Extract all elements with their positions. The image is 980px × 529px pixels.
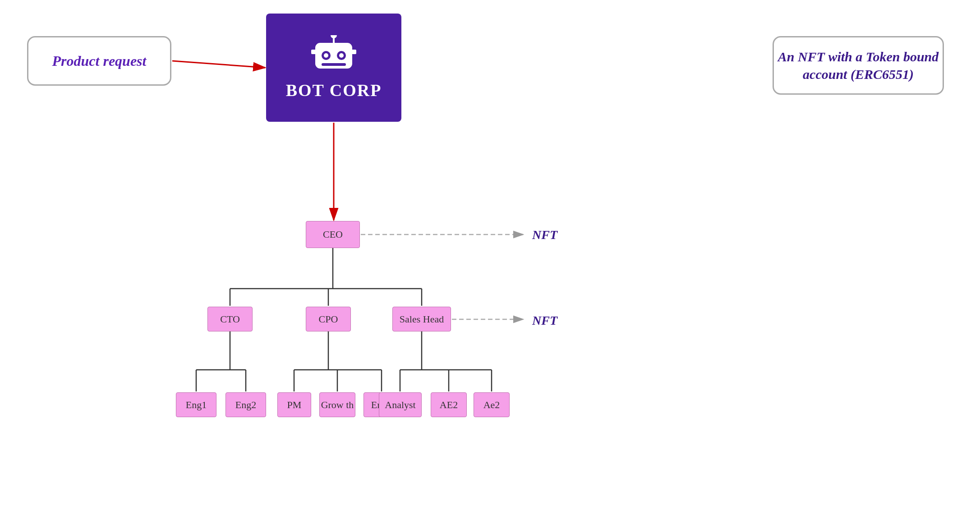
node-growth: Grow th — [319, 392, 355, 417]
node-ae2b: Ae2 — [474, 392, 510, 417]
nft-account-label: An NFT with a Token bound account (ERC65… — [774, 48, 943, 83]
node-sales: Sales Head — [392, 307, 451, 331]
node-pm: PM — [277, 392, 311, 417]
product-request-label: Product request — [52, 53, 147, 69]
bot-corp-box: BOT CORP — [266, 14, 401, 122]
nft-account-box: An NFT with a Token bound account (ERC65… — [773, 36, 944, 95]
node-eng1: Eng1 — [176, 392, 216, 417]
svg-rect-8 — [311, 50, 317, 54]
svg-rect-7 — [322, 63, 346, 66]
node-analyst: Analyst — [379, 392, 422, 417]
svg-point-6 — [339, 53, 344, 58]
svg-point-5 — [324, 53, 328, 58]
bot-corp-title: BOT CORP — [286, 80, 382, 100]
nft-label-sales: NFT — [532, 313, 557, 328]
node-cpo: CPO — [306, 307, 351, 331]
node-cto: CTO — [207, 307, 253, 331]
robot-icon — [309, 35, 359, 76]
svg-point-1 — [331, 35, 337, 38]
product-request-box: Product request — [27, 36, 171, 86]
nft-label-ceo: NFT — [532, 228, 557, 242]
node-eng2: Eng2 — [225, 392, 266, 417]
arrow-product-to-bot — [172, 61, 265, 68]
svg-rect-9 — [351, 50, 356, 54]
node-ae2: AE2 — [431, 392, 467, 417]
node-ceo: CEO — [306, 221, 360, 248]
